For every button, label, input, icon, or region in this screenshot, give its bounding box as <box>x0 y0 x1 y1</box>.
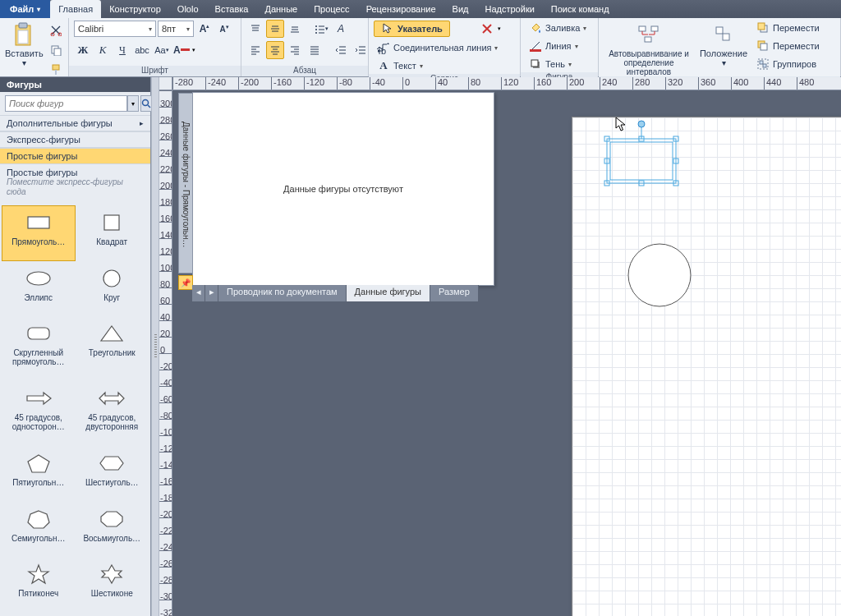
strike-button[interactable]: abc <box>133 41 151 59</box>
shape-label: Эллипс <box>6 293 71 302</box>
shape-stencil-hexagon[interactable]: Шестиуголь… <box>76 446 149 502</box>
underline-button[interactable]: Ч <box>113 41 131 59</box>
group-title-paragraph: Абзац <box>241 66 368 76</box>
search-drop-button[interactable]: ▾ <box>127 95 139 112</box>
panel-resize-grip[interactable] <box>151 77 159 616</box>
rotate-handle[interactable] <box>638 121 645 127</box>
shadow-icon <box>529 57 542 71</box>
group-button[interactable]: Группиров <box>753 56 823 72</box>
anchored-tabs: ◂▸Проводник по документамДанные фигурыРа… <box>192 285 479 301</box>
shape-rect-selected[interactable] <box>604 121 678 186</box>
line-button[interactable]: Линия▾ <box>526 38 590 54</box>
svg-rect-23 <box>758 23 765 30</box>
drawing-page[interactable] <box>572 117 841 616</box>
shapes-panel-title: Фигуры <box>0 77 150 92</box>
shape-data-vtab[interactable]: Данные фигуры - Прямоугольн… <box>178 93 193 274</box>
connector-tool-button[interactable]: Соединительная линия▾ <box>374 39 501 56</box>
tab-рецензирование[interactable]: Рецензирование <box>358 0 444 18</box>
tab-процесс[interactable]: Процесс <box>306 0 357 18</box>
group-title-font: Шрифт <box>69 66 241 76</box>
shape-stencil-heptagon[interactable]: Семиугольн… <box>2 502 76 558</box>
pointer-tool-button[interactable]: Указатель <box>374 21 450 37</box>
tab-nav[interactable]: ▸ <box>205 285 218 301</box>
send-backward-button[interactable]: Перемести <box>753 38 823 54</box>
shape-circle[interactable] <box>628 244 691 306</box>
tab-данные[interactable]: Данные <box>256 0 306 18</box>
search-button[interactable] <box>140 95 152 112</box>
dec-indent-button[interactable] <box>332 41 350 59</box>
shape-stencil-pentagon[interactable]: Пятиугольн… <box>2 446 76 502</box>
pin-button[interactable]: 📌 <box>178 275 193 290</box>
svg-rect-44 <box>610 142 673 180</box>
shape-stencil-star5[interactable]: Пятиконеч <box>2 557 76 613</box>
shape-stencil-arrow1[interactable]: 45 градусов, односторон… <box>2 381 76 446</box>
font-size-combo[interactable]: 8пт▾ <box>158 21 194 37</box>
case-button[interactable]: Aa▾ <box>153 41 171 59</box>
svg-rect-8 <box>55 70 57 75</box>
shape-label: Шестиконе <box>79 589 145 598</box>
tab-поиск команд[interactable]: Поиск команд <box>543 0 618 18</box>
align-left-button[interactable] <box>246 41 264 59</box>
text-tool-button[interactable]: A Текст▾ <box>374 57 501 74</box>
tab-ololo[interactable]: Ololo <box>169 0 207 18</box>
align-top-button[interactable] <box>246 20 264 38</box>
shape-stencil-octagon[interactable]: Восьмиуголь… <box>76 502 149 558</box>
tab-конструктор[interactable]: Конструктор <box>101 0 169 18</box>
svg-rect-28 <box>763 64 766 67</box>
anchored-tab[interactable]: Данные фигуры <box>347 285 430 301</box>
anchored-tab[interactable]: Проводник по документам <box>218 285 347 301</box>
ribbon: Вставить ▾ Буфер обмена Calibri▾ 8пт▾ A▴… <box>0 18 841 77</box>
ruler-corner <box>159 77 172 90</box>
tab-file[interactable]: Файл <box>0 0 50 18</box>
inc-indent-button[interactable] <box>352 41 370 59</box>
copy-button[interactable] <box>47 41 65 59</box>
shape-stencil-square[interactable]: Квадрат <box>76 205 149 261</box>
shrink-font-button[interactable]: A▾ <box>215 20 233 38</box>
tab-главная[interactable]: Главная <box>50 0 101 18</box>
shape-search-input[interactable] <box>5 95 127 112</box>
tab-nav[interactable]: ◂ <box>192 285 205 301</box>
shadow-button[interactable]: Тень▾ <box>526 56 590 72</box>
align-bottom-button[interactable] <box>286 20 304 38</box>
text-direction-button[interactable]: A <box>332 20 350 38</box>
cat-quick-shapes[interactable]: Экспресс-фигуры <box>0 131 150 148</box>
svg-rect-34 <box>28 328 49 339</box>
shape-stencil-triangle[interactable]: Треугольник <box>76 316 149 381</box>
position-button[interactable]: Положение ▾ <box>697 20 750 67</box>
font-family-combo[interactable]: Calibri▾ <box>74 21 156 37</box>
autoalign-button[interactable]: Автовыравнивание и определение интервало… <box>604 20 694 76</box>
cut-button[interactable] <box>47 21 65 39</box>
tab-вид[interactable]: Вид <box>444 0 477 18</box>
fill-button[interactable]: Заливка▾ <box>526 20 590 36</box>
canvas-area[interactable]: -280-240-200-160-120-80-4004080120160200… <box>159 77 841 616</box>
tab-вставка[interactable]: Вставка <box>207 0 257 18</box>
bold-button[interactable]: Ж <box>74 41 92 59</box>
anchored-tab[interactable]: Размер <box>430 285 479 301</box>
cat-more-shapes[interactable]: Дополнительные фигуры▸ <box>0 115 150 131</box>
paste-button[interactable]: Вставить ▾ <box>5 20 44 67</box>
cat-basic-shapes[interactable]: Простые фигуры <box>0 148 150 164</box>
italic-button[interactable]: К <box>94 41 112 59</box>
font-color-button[interactable]: A <box>172 41 191 59</box>
pen-icon <box>529 39 542 53</box>
shape-stencil-roundrect[interactable]: Скругленный прямоуголь… <box>2 316 76 381</box>
align-right-button[interactable] <box>286 41 304 59</box>
shape-stencil-star6[interactable]: Шестиконе <box>76 557 149 613</box>
shape-stencil-arrow2[interactable]: 45 градусов, двусторонняя <box>76 381 149 446</box>
shape-stencil-circle[interactable]: Круг <box>76 261 149 317</box>
shape-stencil-ellipse[interactable]: Эллипс <box>2 261 76 317</box>
format-painter-button[interactable] <box>47 61 65 79</box>
bring-forward-button[interactable]: Перемести <box>753 20 823 36</box>
align-center-button[interactable] <box>266 41 284 59</box>
align-justify-button[interactable] <box>306 41 324 59</box>
delete-x-button[interactable] <box>478 20 496 38</box>
tab-надстройки[interactable]: Надстройки <box>476 0 542 18</box>
grow-font-button[interactable]: A▴ <box>195 20 214 38</box>
align-middle-button[interactable] <box>266 20 284 38</box>
svg-point-33 <box>103 270 120 287</box>
shape-stencil-rect[interactable]: Прямоуголь… <box>2 205 76 261</box>
bullets-button[interactable]: ▾ <box>312 20 330 38</box>
svg-marker-40 <box>28 511 49 528</box>
shape-data-window[interactable]: Данные фигуры - Прямоугольн… 📌 Данные фи… <box>192 92 494 286</box>
svg-point-9 <box>315 25 317 27</box>
